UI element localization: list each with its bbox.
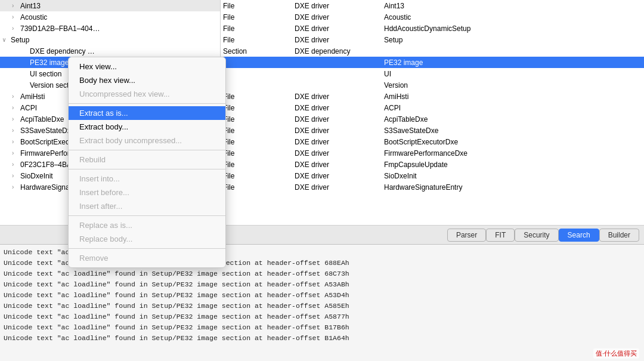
tree-row[interactable]: ∨Setup (0, 34, 220, 45)
menu-separator (69, 169, 225, 169)
menu-item: Rebuild (69, 153, 225, 166)
col-type: File (223, 126, 295, 135)
menu-item: Insert into... (69, 172, 225, 186)
col-subtype: DXE driver (295, 92, 384, 101)
log-line: Unicode text "ac loadline" found in Setu… (4, 269, 640, 279)
tree-arrow: › (12, 161, 20, 168)
col-text: PE32 image (384, 58, 642, 67)
menu-item[interactable]: Body hex view... (69, 73, 225, 87)
col-text: HardwareSignatureEntry (384, 183, 642, 192)
tree-right-row[interactable]: FileDXE driverAcoustic (221, 11, 644, 23)
col-subtype: DXE driver (295, 13, 384, 21)
col-subtype: DXE driver (295, 183, 384, 192)
tree-right-row[interactable]: FileDXE driverBootScriptExecutorDxe (221, 136, 644, 147)
tree-row[interactable]: ›Acoustic (0, 11, 220, 23)
menu-item[interactable]: Extract as is... (69, 106, 225, 120)
col-subtype: DXE driver (295, 24, 384, 33)
tab-security[interactable]: Security (515, 229, 558, 242)
col-subtype: DXE dependency (295, 47, 384, 55)
tree-right-row[interactable]: FileDXE driverFirmwarePerformanceDxe (221, 147, 644, 159)
tree-arrow: › (12, 150, 20, 156)
col-subtype: DXE driver (295, 126, 384, 135)
log-line: Unicode text "ac loadline" found in Setu… (4, 311, 640, 322)
tree-row[interactable]: ›739D1A2B–FBA1–404… (0, 23, 220, 34)
menu-item: Remove (69, 251, 225, 265)
log-line: Unicode text "ac loadline" found in Setu… (4, 279, 640, 290)
col-type: Section (223, 47, 295, 55)
menu-item[interactable]: Hex view... (69, 60, 225, 73)
col-text: FirmwarePerformanceDxe (384, 149, 642, 158)
tree-label: ACPI (20, 104, 37, 112)
col-subtype: DXE driver (295, 138, 384, 146)
tree-right-row[interactable]: FileDXE driverAcpiTableDxe (221, 113, 644, 125)
col-subtype: DXE driver (295, 161, 384, 169)
tree-right: FileDXE driverAint13FileDXE driverAcoust… (221, 0, 644, 225)
tree-arrow: › (12, 138, 20, 145)
col-subtype: DXE driver (295, 149, 384, 158)
tab-builder[interactable]: Builder (599, 229, 639, 242)
tree-label: 739D1A2B–FBA1–404… (20, 24, 100, 33)
tree-right-row[interactable]: SectionDXE dependency (221, 45, 644, 57)
col-type: File (223, 2, 295, 10)
col-text: BootScriptExecutorDxe (384, 138, 642, 146)
col-subtype: DXE driver (295, 2, 384, 10)
col-text: FmpCapsuleUpdate (384, 161, 642, 169)
col-type: File (223, 172, 295, 180)
menu-item: Extract body uncompressed... (69, 134, 225, 147)
col-text: Version (384, 81, 642, 90)
tab-search[interactable]: Search (559, 229, 599, 242)
menu-separator (69, 248, 225, 249)
col-text: Aint13 (384, 2, 642, 10)
tree-right-row[interactable]: FileDXE driverHardwareSignatureEntry (221, 181, 644, 193)
tree-arrow: › (12, 2, 20, 9)
col-type: File (223, 161, 295, 169)
tree-label: Setup (11, 36, 29, 44)
log-line: Unicode text "ac loadline" found in Setu… (4, 333, 640, 344)
log-line: Unicode text "ac loadline" found in Setu… (4, 322, 640, 333)
tree-arrow: › (12, 25, 20, 32)
tree-row[interactable]: DXE dependency … (0, 45, 220, 57)
col-subtype: DXE driver (295, 36, 384, 44)
context-menu[interactable]: Hex view...Body hex view...Uncompressed … (68, 57, 226, 268)
col-text: Acoustic (384, 13, 642, 21)
col-subtype: DXE driver (295, 172, 384, 180)
tree-label: SioDxeInit (20, 172, 53, 180)
tree-right-row[interactable]: FileDXE driverSioDxeInit (221, 170, 644, 181)
menu-item: Replace body... (69, 232, 225, 246)
tab-fit[interactable]: FIT (486, 229, 515, 242)
tree-arrow: › (12, 184, 20, 190)
col-type: File (223, 115, 295, 124)
menu-separator (69, 150, 225, 150)
tree-right-row[interactable]: UI (221, 68, 644, 79)
tree-label: UI section (30, 70, 61, 78)
menu-item: Insert before... (69, 186, 225, 199)
tree-right-row[interactable]: FileDXE driverHddAcousticDynamicSetup (221, 23, 644, 34)
tree-row[interactable]: ›Aint13 (0, 0, 220, 11)
tree-label: DXE dependency … (30, 47, 95, 55)
tree-right-row[interactable]: FileDXE driverS3SaveStateDxe (221, 125, 644, 136)
tree-arrow: › (12, 93, 20, 100)
menu-item: Insert after... (69, 199, 225, 213)
col-type: File (223, 149, 295, 158)
tree-arrow: › (12, 14, 20, 20)
tree-right-row[interactable]: FileDXE driverFmpCapsuleUpdate (221, 159, 644, 170)
tree-right-row[interactable]: FileDXE driverAint13 (221, 0, 644, 11)
menu-item[interactable]: Extract body... (69, 120, 225, 134)
tree-right-row[interactable]: FileDXE driverSetup (221, 34, 644, 45)
col-type: File (223, 13, 295, 21)
col-subtype: DXE driver (295, 115, 384, 124)
tab-parser[interactable]: Parser (447, 229, 486, 242)
tree-label: Acoustic (20, 13, 47, 21)
tree-right-row[interactable]: FileDXE driverAmiHsti (221, 91, 644, 102)
tree-right-row[interactable]: Version (221, 79, 644, 91)
menu-item: Replace as is... (69, 218, 225, 232)
tree-arrow: › (12, 172, 20, 179)
col-text: S3SaveStateDxe (384, 126, 642, 135)
col-text: UI (384, 70, 642, 78)
tree-arrow: › (12, 104, 20, 111)
col-text: AmiHsti (384, 92, 642, 101)
col-type: File (223, 104, 295, 112)
tree-right-row[interactable]: PE32 image (221, 57, 644, 68)
tree-right-row[interactable]: FileDXE driverACPI (221, 102, 644, 113)
tree-arrow: › (12, 116, 20, 122)
